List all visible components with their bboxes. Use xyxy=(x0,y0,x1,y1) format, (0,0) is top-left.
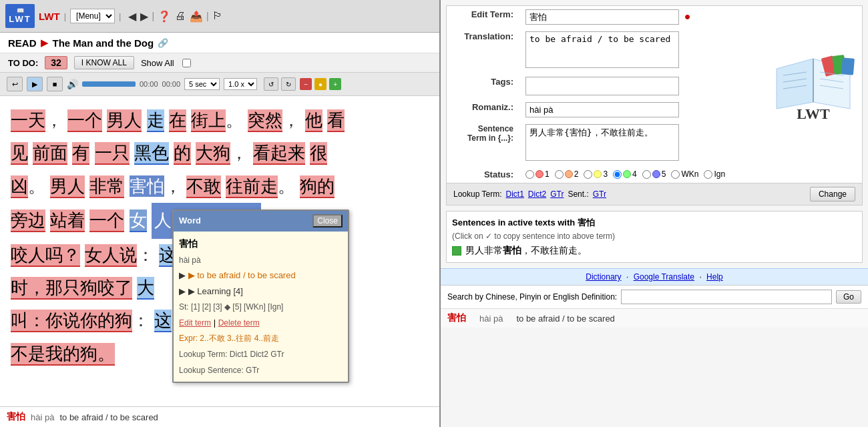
status-ign-radio[interactable] xyxy=(704,170,712,179)
audio-rate-select[interactable]: 1.0 x xyxy=(224,78,257,90)
word-zhan[interactable]: 站着 xyxy=(50,209,85,232)
go-button[interactable]: Go xyxy=(836,290,861,304)
word-jie[interactable]: 街上 xyxy=(191,109,226,132)
status-wkn-radio[interactable] xyxy=(671,170,680,179)
word-feichang[interactable]: 非常 xyxy=(89,175,124,198)
lwt-title: LWT xyxy=(39,11,60,22)
word-ta[interactable]: 他 xyxy=(305,109,322,132)
word-you[interactable]: 有 xyxy=(72,142,89,165)
word-haipa[interactable]: 害怕 xyxy=(130,175,164,197)
lookup-sent-gtr-link[interactable]: GTr xyxy=(593,189,606,199)
word-nanren2[interactable]: 男人 xyxy=(50,175,85,198)
lookup-gtr-link[interactable]: GTr xyxy=(550,189,564,199)
lookup-row: Lookup Term: Dict1 Dict2 GTr Sent.: GTr … xyxy=(447,183,862,205)
tags-input[interactable] xyxy=(525,77,679,95)
help-link[interactable]: Help xyxy=(706,272,723,282)
lookup-dict1-link[interactable]: Dict1 xyxy=(506,189,524,199)
show-all-checkbox[interactable] xyxy=(182,59,191,67)
toolbar-back-icon[interactable]: ◀ xyxy=(128,9,137,23)
status-1-radio[interactable] xyxy=(525,170,534,179)
status-ign-option[interactable]: Ign xyxy=(704,169,725,179)
toolbar-help-icon[interactable]: ❓ xyxy=(157,9,172,23)
status-5-radio[interactable] xyxy=(642,170,651,179)
toolbar-print-icon[interactable]: 🖨 xyxy=(174,9,186,23)
word-dagou[interactable]: 大狗 xyxy=(196,142,230,165)
audio-time1: 00:00 xyxy=(140,80,158,88)
top-bar: 📖 LWT LWT | [Menu] | ◀ ▶ | ❓ 🖨 📤 | 🏳 xyxy=(0,0,439,33)
status-wkn-option[interactable]: WKn xyxy=(671,169,698,179)
word-yige2[interactable]: 一个 xyxy=(89,209,124,232)
word-shihou[interactable]: 时，那只狗咬了 xyxy=(11,277,132,300)
word-jiao[interactable]: 叫：你说你的狗 xyxy=(11,310,132,332)
audio-fwd5-button[interactable]: ↻ xyxy=(281,77,296,91)
search-input[interactable] xyxy=(621,290,832,304)
status-1-option[interactable]: 1 xyxy=(525,169,550,179)
word-turan[interactable]: 突然 xyxy=(248,109,282,132)
word-yizhi[interactable]: 一只 xyxy=(95,142,130,165)
google-translate-link[interactable]: Google Translate xyxy=(634,272,694,282)
word-nanren[interactable]: 男人 xyxy=(107,109,142,132)
status-2-radio[interactable] xyxy=(555,170,564,179)
status-4-radio[interactable] xyxy=(613,170,622,179)
word-yitian[interactable]: 一天 xyxy=(11,109,45,132)
word-hei[interactable]: 黑色 xyxy=(134,142,169,165)
popup-close-button[interactable]: Close xyxy=(312,214,343,228)
sentence-textarea[interactable]: 男人非常{害怕}，不敢往前走。 xyxy=(525,124,679,161)
status-3-option[interactable]: 3 xyxy=(584,169,608,179)
speed-dot-button[interactable]: ● xyxy=(314,78,327,90)
word-nvrensuo[interactable]: 女人说 xyxy=(85,244,137,267)
word-yao[interactable]: 咬人吗？ xyxy=(11,244,80,267)
word-zou[interactable]: 走 xyxy=(147,109,164,132)
audio-volume-slider[interactable] xyxy=(82,81,136,87)
word-kanqilai[interactable]: 看起来 xyxy=(253,142,305,165)
sentence-input-cell: 男人非常{害怕}，不敢往前走。 xyxy=(520,121,765,166)
word-nv[interactable]: 女 xyxy=(130,209,147,232)
word-bushi[interactable]: 不是我的狗。 xyxy=(11,343,115,366)
dict-bar: Dictionary · Google Translate · Help xyxy=(441,268,868,285)
menu-dropdown[interactable]: [Menu] xyxy=(70,9,115,23)
popup-edit-link[interactable]: Edit term xyxy=(179,318,211,328)
word-qianmian[interactable]: 前面 xyxy=(33,142,67,165)
word-gou[interactable]: 狗的 xyxy=(300,175,335,198)
status-4-option[interactable]: 4 xyxy=(613,169,637,179)
sentences-term: 害怕 xyxy=(578,218,595,228)
word-da[interactable]: 大 xyxy=(137,277,154,300)
popup-pinyin-line: hài pà xyxy=(179,252,343,268)
speed-plus-button[interactable]: + xyxy=(329,78,341,90)
audio-play-button[interactable]: ▶ xyxy=(27,77,43,91)
word-wangqian[interactable]: 往前走 xyxy=(226,175,278,198)
audio-stop-button[interactable]: ■ xyxy=(47,77,63,91)
word-xiong[interactable]: 凶 xyxy=(11,175,28,198)
lookup-dict2-link[interactable]: Dict2 xyxy=(528,189,546,199)
word-bugan[interactable]: 不敢 xyxy=(186,175,221,198)
word-zhe2[interactable]: 这 xyxy=(154,310,172,332)
word-yige[interactable]: 一个 xyxy=(67,109,102,132)
status-3-radio[interactable] xyxy=(584,170,592,179)
word-jian[interactable]: 见 xyxy=(11,142,28,165)
speed-minus-button[interactable]: − xyxy=(300,78,312,90)
audio-back5-button[interactable]: ↺ xyxy=(264,77,278,91)
sentences-subtitle-text: (Click on ✓ to copy sentence into above … xyxy=(452,232,615,241)
svg-rect-5 xyxy=(841,57,855,75)
know-all-button[interactable]: I KNOW ALL xyxy=(74,56,134,69)
word-zai[interactable]: 在 xyxy=(169,109,186,132)
popup-delete-link[interactable]: Delete term xyxy=(218,318,260,328)
audio-speed-select[interactable]: 5 sec xyxy=(184,78,220,90)
word-pangbian[interactable]: 旁边 xyxy=(11,209,45,232)
word-hen[interactable]: 很 xyxy=(310,142,327,165)
sentence-checkbox-1[interactable] xyxy=(452,246,461,256)
toolbar-forward-icon[interactable]: ▶ xyxy=(140,9,149,23)
toolbar-export-icon[interactable]: 📤 xyxy=(189,9,204,23)
toolbar-flag-icon[interactable]: 🏳 xyxy=(212,9,224,23)
status-5-option[interactable]: 5 xyxy=(642,169,666,179)
romaniz-input[interactable] xyxy=(525,102,679,117)
status-2-option[interactable]: 2 xyxy=(555,169,579,179)
translation-textarea[interactable]: to be afraid / to be scared xyxy=(525,31,679,68)
dictionary-link[interactable]: Dictionary xyxy=(586,272,621,282)
word-kan[interactable]: 看 xyxy=(327,109,345,132)
change-button[interactable]: Change xyxy=(810,187,855,201)
word-de[interactable]: 的 xyxy=(174,142,191,165)
audio-rewind-button[interactable]: ↩ xyxy=(7,77,23,91)
edit-term-input[interactable] xyxy=(525,9,679,25)
sentence-text-1: 男人非常害怕，不敢往前走。 xyxy=(465,245,587,257)
